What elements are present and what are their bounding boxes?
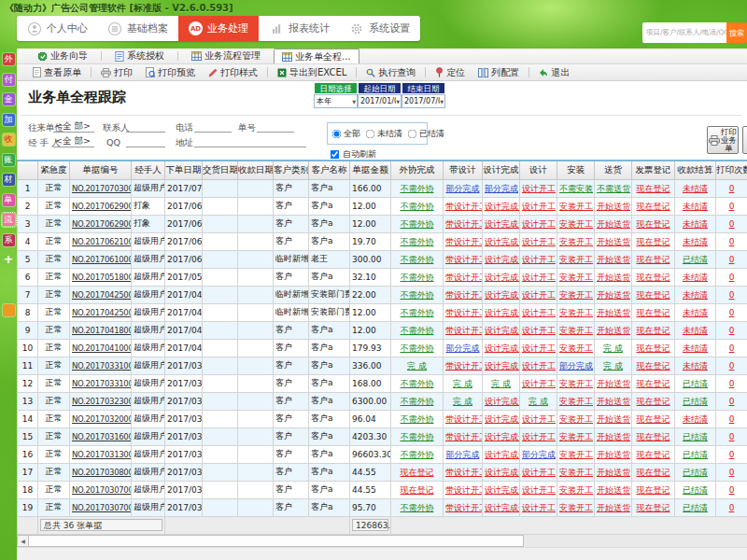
status-link[interactable]: 现在登记 [637,504,670,512]
nav-item-archives[interactable]: 基础档案 [97,16,177,41]
column-header[interactable]: 紧急度 [38,161,70,179]
order-no-link[interactable]: NO.201706100001 [72,255,132,264]
radio-all-input[interactable] [332,129,342,138]
status-link[interactable]: 0 [729,185,735,193]
status-link[interactable]: 现在登记 [637,256,670,264]
status-link[interactable]: 部分完成 [485,185,518,193]
status-link[interactable]: 设计完成开工 [485,327,520,335]
status-link[interactable]: 现在登记 [637,273,670,282]
status-link[interactable]: 设计完成开工 [485,203,520,211]
status-link[interactable]: 设计开工 [522,256,556,264]
status-link[interactable]: 设计开工 [522,433,556,441]
sidebar-badge-收[interactable]: 收 [3,133,15,146]
column-header[interactable]: 客户类别 [274,161,309,179]
column-header[interactable]: 单据金额 [350,161,391,179]
status-link[interactable]: 安装开工 [559,203,593,211]
status-link[interactable]: 未结清 [683,415,708,424]
status-link[interactable]: 带设计开工 [445,256,483,264]
status-link[interactable]: 安装开工 [559,380,593,388]
status-link[interactable]: 0 [729,433,735,441]
status-link[interactable]: 设计完成开工 [485,398,520,406]
scroll-left-arrow-icon[interactable]: ◀ [17,535,29,547]
status-link[interactable]: 完 成 [603,344,623,353]
status-link[interactable]: 设计完成开工 [485,433,520,441]
status-link[interactable]: 0 [729,486,735,495]
status-link[interactable]: 开始送货 [597,504,630,512]
status-link[interactable]: 开始送货 [597,469,630,477]
status-link[interactable]: 安装开工 [559,273,593,282]
status-link[interactable]: 设计完成开工 [485,504,520,512]
status-link[interactable]: 带设计开工 [445,220,483,229]
status-link[interactable]: 已结清 [683,256,708,264]
column-header[interactable]: 送货 [595,161,632,179]
status-link[interactable]: 开始送货 [597,220,630,229]
status-link[interactable]: 未结清 [683,327,708,335]
status-link[interactable]: 现在登记 [637,238,670,246]
status-link[interactable]: 安装开工 [559,291,593,300]
status-link[interactable]: 设计开工 [522,327,556,335]
status-link[interactable]: 开始送货 [597,451,630,459]
menu-item-wizard[interactable]: 业务向导 [30,49,95,63]
status-link[interactable]: 不需外协 [401,433,434,441]
status-link[interactable]: 不需外协 [401,203,434,211]
status-link[interactable]: 现在登记 [637,344,670,353]
status-link[interactable]: 未结清 [683,185,708,193]
status-link[interactable]: 安装开工 [559,504,593,512]
status-link[interactable]: 不需外协 [401,398,434,406]
status-link[interactable]: 未结清 [683,344,708,353]
tab-order-tracking[interactable]: 业务单全程... [274,49,359,63]
status-link[interactable]: 不需外协 [401,185,434,193]
status-link[interactable]: 部分完成 [446,344,480,353]
status-link[interactable]: 现在登记 [637,362,670,371]
partner-field[interactable]: <全 部> [53,120,94,133]
status-link[interactable]: 带设计开工 [445,291,483,300]
column-header[interactable]: 收款日期 [238,161,274,179]
column-header[interactable]: 下单日期 [165,161,203,179]
status-link[interactable]: 现在登记 [637,486,670,495]
sidebar-badge-材[interactable]: 材 [3,174,15,186]
menu-item-authorization[interactable]: 系统授权 [107,49,172,63]
status-link[interactable]: 0 [729,469,735,477]
sidebar-badge-账[interactable]: 账 [3,154,15,166]
status-link[interactable]: 开始送货 [597,327,630,335]
status-link[interactable]: 设计完成开工 [485,486,520,495]
print-order-button[interactable]: 打印业务单 [707,126,739,154]
date-range-select[interactable]: 本年▼ [314,94,358,108]
status-link[interactable]: 安装开工 [559,451,593,459]
print-button[interactable]: 打印 [94,65,139,80]
status-link[interactable]: 安装开工 [559,327,593,335]
radio-settled-input[interactable] [408,129,417,138]
status-link[interactable]: 设计开工 [522,309,556,317]
status-link[interactable]: 设计开工 [522,291,556,300]
nav-item-personal[interactable]: 个人中心 [17,16,97,41]
status-link[interactable]: 未结清 [683,309,708,317]
status-link[interactable]: 完 成 [529,398,548,406]
status-link[interactable]: 设计开工 [522,238,556,246]
status-link[interactable]: 0 [729,220,735,229]
contact-field[interactable] [126,120,165,133]
sidebar-badge-加[interactable]: 加 [3,114,15,126]
status-link[interactable]: 安装开工 [559,238,593,246]
status-link[interactable]: 不需外协 [401,273,434,282]
nav-item-business[interactable]: AD 业务处理 [178,16,259,41]
status-link[interactable]: 完 成 [407,362,427,371]
status-link[interactable]: 设计开工 [522,380,556,388]
auto-refresh-checkbox[interactable] [331,150,340,160]
status-link[interactable]: 开始送货 [597,433,630,441]
status-link[interactable]: 已结清 [683,398,708,406]
column-header[interactable]: 设计 [520,161,557,179]
status-link[interactable]: 设计完成开工 [485,273,520,282]
status-link[interactable]: 带设计开工 [445,273,483,282]
status-link[interactable]: 设计开工 [522,203,556,211]
sidebar-badge-单[interactable]: 单 [3,194,15,206]
status-link[interactable]: 设计完成开工 [485,309,520,317]
start-date-select[interactable]: 2017/01/01▼ [358,94,402,108]
order-no-link[interactable]: NO.201705180001 [72,273,132,282]
order-no-link[interactable]: NO.201706290001 [72,219,132,229]
status-link[interactable]: 已结清 [683,469,708,477]
end-date-select[interactable]: 2017/07/04▼ [402,94,445,108]
order-no-link[interactable]: NO.201704250002 [72,290,132,300]
status-link[interactable]: 不需外协 [401,415,434,424]
status-link[interactable]: 不需外协 [401,380,434,388]
column-header[interactable]: 带设计 [444,161,483,179]
